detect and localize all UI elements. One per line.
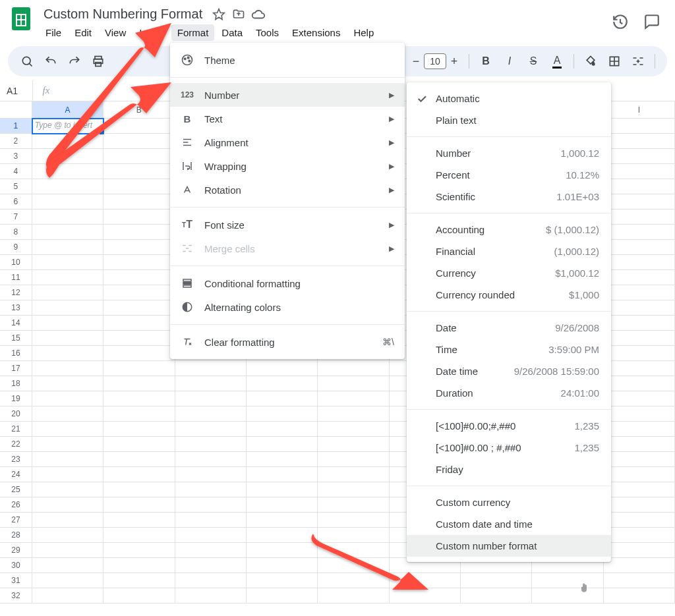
cell[interactable] [175, 543, 247, 558]
cell[interactable] [32, 179, 103, 194]
move-icon[interactable] [231, 7, 246, 22]
column-header[interactable]: I [604, 101, 675, 119]
cell[interactable] [604, 573, 675, 588]
cell[interactable] [175, 452, 247, 467]
cell[interactable] [604, 482, 675, 497]
row-header[interactable]: 13 [0, 300, 32, 316]
font-size-input[interactable] [424, 53, 446, 69]
search-menus-icon[interactable] [17, 51, 37, 71]
star-icon[interactable] [212, 7, 226, 22]
cell[interactable] [318, 482, 389, 497]
cell[interactable] [604, 497, 675, 513]
cell[interactable] [604, 331, 675, 346]
fill-color-icon[interactable] [581, 51, 601, 71]
cell[interactable] [103, 210, 175, 225]
select-all-corner[interactable] [0, 101, 32, 119]
number-financial[interactable]: Financial(1,000.12) [407, 240, 611, 262]
cell[interactable] [318, 513, 389, 528]
cell[interactable] [103, 558, 175, 573]
cell[interactable] [532, 573, 603, 588]
format-text[interactable]: B Text ▶ [170, 107, 405, 130]
cell[interactable] [247, 406, 318, 422]
cell[interactable] [175, 528, 247, 543]
menu-format[interactable]: Format [171, 24, 215, 41]
cell[interactable] [532, 588, 603, 603]
cell[interactable] [32, 210, 103, 225]
cell[interactable] [604, 164, 675, 179]
format-number[interactable]: 123 Number ▶ [170, 83, 405, 107]
number-custom-pattern-1[interactable]: [<100]#0.00;#,##01,235 [407, 415, 611, 437]
cell[interactable] [604, 452, 675, 467]
cell[interactable] [390, 573, 461, 588]
number-custom-datetime[interactable]: Custom date and time [407, 513, 611, 535]
cell[interactable] [604, 134, 675, 149]
cell[interactable] [604, 437, 675, 452]
name-box[interactable]: A1 [0, 80, 33, 101]
print-icon[interactable] [88, 51, 108, 71]
cell[interactable] [318, 558, 389, 573]
row-header[interactable]: 25 [0, 482, 32, 497]
cell[interactable] [175, 588, 247, 603]
cell[interactable] [604, 528, 675, 543]
cell[interactable] [103, 497, 175, 513]
cell[interactable] [32, 316, 103, 331]
row-header[interactable]: 11 [0, 270, 32, 285]
cell[interactable] [103, 422, 175, 437]
cell[interactable] [318, 406, 389, 422]
sheets-logo[interactable] [8, 5, 34, 32]
cell[interactable] [318, 497, 389, 513]
number-percent[interactable]: Percent10.12% [407, 164, 611, 186]
format-conditional[interactable]: Conditional formatting [170, 271, 405, 295]
cloud-status-icon[interactable] [251, 7, 266, 22]
cell[interactable] [103, 316, 175, 331]
cell[interactable] [103, 406, 175, 422]
row-header[interactable]: 3 [0, 149, 32, 164]
cell[interactable] [32, 588, 103, 603]
cell[interactable] [32, 331, 103, 346]
italic-icon[interactable]: I [500, 51, 519, 71]
row-header[interactable]: 23 [0, 452, 32, 467]
cell[interactable] [103, 225, 175, 240]
cell[interactable] [103, 452, 175, 467]
number-number[interactable]: Number1,000.12 [407, 142, 611, 164]
row-header[interactable]: 26 [0, 497, 32, 513]
cell[interactable] [175, 558, 247, 573]
format-font-size[interactable]: TT Font size ▶ [170, 213, 405, 237]
row-header[interactable]: 6 [0, 194, 32, 210]
cell[interactable] [318, 361, 389, 376]
row-header[interactable]: 29 [0, 543, 32, 558]
cell[interactable] [604, 346, 675, 361]
number-currency[interactable]: Currency$1,000.12 [407, 262, 611, 284]
row-header[interactable]: 28 [0, 528, 32, 543]
bold-icon[interactable]: B [476, 51, 496, 71]
cell[interactable] [32, 437, 103, 452]
menu-tools[interactable]: Tools [250, 24, 285, 41]
cell[interactable] [32, 149, 103, 164]
number-custom-number-format[interactable]: Custom number format [407, 535, 611, 557]
cell[interactable] [175, 482, 247, 497]
format-clear[interactable]: Clear formatting ⌘\ [170, 330, 405, 354]
cell[interactable] [318, 573, 389, 588]
cell[interactable] [247, 391, 318, 406]
cell[interactable] [103, 467, 175, 482]
number-currency-rounded[interactable]: Currency rounded$1,000 [407, 284, 611, 306]
row-header[interactable]: 24 [0, 467, 32, 482]
cell[interactable] [32, 558, 103, 573]
cell[interactable] [175, 497, 247, 513]
menu-view[interactable]: View [99, 24, 132, 41]
cell[interactable] [461, 573, 532, 588]
cell[interactable] [318, 543, 389, 558]
font-size-increase[interactable]: + [446, 53, 462, 69]
undo-icon[interactable] [41, 51, 61, 71]
cell[interactable] [175, 422, 247, 437]
cell[interactable] [247, 467, 318, 482]
cell[interactable] [175, 406, 247, 422]
cell[interactable] [604, 376, 675, 391]
cell[interactable] [604, 391, 675, 406]
history-icon[interactable] [612, 13, 629, 30]
format-alternating[interactable]: Alternating colors [170, 295, 405, 319]
cell[interactable] [103, 255, 175, 270]
cell[interactable] [32, 346, 103, 361]
cell[interactable] [247, 528, 318, 543]
cell[interactable] [103, 240, 175, 255]
